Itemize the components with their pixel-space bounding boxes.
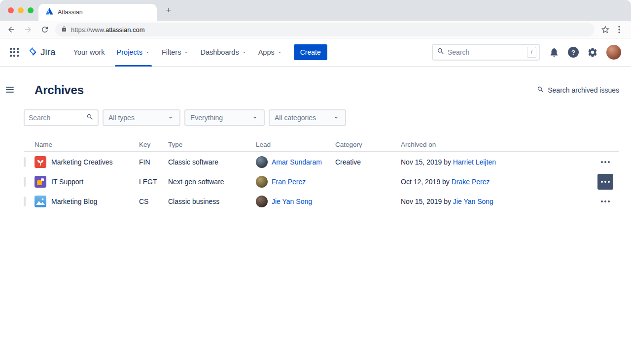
chevron-down-icon <box>332 114 340 122</box>
atlassian-favicon-icon <box>45 7 53 17</box>
archived-on-cell: Nov 15, 2019 by Harriet Leijten <box>401 158 592 166</box>
archived-on-cell: Nov 15, 2019 by Jie Yan Song <box>401 198 592 205</box>
lead-link[interactable]: Fran Perez <box>272 178 306 186</box>
more-icon <box>604 200 606 202</box>
traffic-lights <box>8 7 34 13</box>
table-row: IT Support LEGT Next-gen software Fran P… <box>24 172 619 192</box>
chevron-down-icon <box>242 50 246 55</box>
search-icon <box>86 113 94 123</box>
browser-toolbar: https://www.atlassian.com <box>0 21 631 38</box>
row-checkbox[interactable] <box>24 157 26 167</box>
browser-tab[interactable]: Atlassian <box>38 4 157 21</box>
types-filter-dropdown[interactable]: All types <box>103 109 180 126</box>
minimize-window-button[interactable] <box>18 7 24 13</box>
archived-by-link[interactable]: Jie Yan Song <box>453 198 493 205</box>
project-type: Classic business <box>168 198 256 205</box>
nav-item-projects[interactable]: Projects <box>111 38 156 66</box>
archived-on-cell: Oct 12, 2019 by Drake Perez <box>401 178 592 186</box>
forward-button[interactable] <box>24 25 33 34</box>
global-search[interactable]: / <box>432 44 540 61</box>
row-more-actions-button[interactable] <box>597 194 613 209</box>
global-search-input[interactable] <box>448 48 524 56</box>
new-tab-button[interactable]: + <box>163 4 175 16</box>
page-content: Archives Search archived issues All typ <box>0 66 631 364</box>
chevron-down-icon <box>278 50 282 55</box>
nav-item-apps[interactable]: Apps <box>252 38 288 66</box>
column-header-lead: Lead <box>256 141 335 148</box>
project-icon-marketing-blog <box>35 196 46 207</box>
lead-avatar <box>256 156 268 168</box>
nav-item-filters[interactable]: Filters <box>156 38 194 66</box>
address-bar[interactable]: https://www.atlassian.com <box>55 23 595 36</box>
back-button[interactable] <box>7 25 16 34</box>
nav-item-dashboards[interactable]: Dashboards <box>194 38 252 66</box>
browser-menu-icon[interactable] <box>614 25 624 34</box>
notifications-bell-icon[interactable] <box>549 47 560 58</box>
column-header-name: Name <box>35 141 139 148</box>
project-name: Marketing Blog <box>51 198 97 205</box>
row-more-actions-button[interactable] <box>597 174 613 190</box>
table-row: Marketing Blog CS Classic business Jie Y… <box>24 192 619 211</box>
page-title: Archives <box>35 83 84 97</box>
table-row: Marketing Creatives FIN Classic software… <box>24 152 619 172</box>
jira-logo[interactable]: Jira <box>28 46 56 59</box>
create-button[interactable]: Create <box>294 44 327 60</box>
project-type: Next-gen software <box>168 178 256 186</box>
chevron-down-icon <box>251 114 259 122</box>
chevron-down-icon <box>167 114 175 122</box>
search-shortcut-hint: / <box>527 47 536 58</box>
project-type: Classic software <box>168 158 256 166</box>
app-switcher-icon[interactable] <box>10 48 19 57</box>
collapsed-sidebar <box>0 66 20 364</box>
jira-wordmark: Jira <box>40 47 56 58</box>
archived-by-link[interactable]: Drake Perez <box>452 178 490 186</box>
lead-avatar <box>256 176 268 188</box>
project-search-input[interactable] <box>29 114 84 122</box>
help-icon[interactable]: ? <box>568 47 579 58</box>
lead-link[interactable]: Jie Yan Song <box>272 198 312 205</box>
project-key: FIN <box>139 158 168 166</box>
more-icon <box>604 161 606 163</box>
more-icon <box>604 181 606 183</box>
lead-link[interactable]: Amar Sundaram <box>272 158 322 166</box>
tab-strip: Atlassian + <box>0 0 631 21</box>
project-key: CS <box>139 198 168 205</box>
expand-sidebar-icon[interactable] <box>6 86 14 95</box>
browser-window: Atlassian + https://www.atlassian.com <box>0 0 631 364</box>
project-icon-marketing-creatives <box>35 156 46 168</box>
project-search-field[interactable] <box>24 109 99 126</box>
chevron-down-icon <box>145 50 150 55</box>
lead-avatar <box>256 196 268 207</box>
settings-gear-icon[interactable] <box>587 47 598 58</box>
row-checkbox[interactable] <box>24 177 26 187</box>
bookmark-star-icon[interactable] <box>600 25 610 34</box>
jira-navbar: Jira Your work Projects Filters Dashboar… <box>0 38 631 66</box>
user-avatar[interactable] <box>606 45 621 60</box>
column-header-type: Type <box>168 141 256 148</box>
reload-button[interactable] <box>40 25 49 34</box>
project-icon-it-support <box>35 176 46 188</box>
close-window-button[interactable] <box>8 7 14 13</box>
archived-by-link[interactable]: Harriet Leijten <box>453 158 496 166</box>
zoom-window-button[interactable] <box>28 7 34 13</box>
search-icon <box>537 86 544 95</box>
row-checkbox[interactable] <box>24 197 26 206</box>
project-name: Marketing Creatives <box>51 158 113 166</box>
archived-projects-table: Name Key Type Lead Category Archived on <box>24 137 619 211</box>
nav-item-your-work[interactable]: Your work <box>68 38 111 66</box>
column-header-key: Key <box>139 141 168 148</box>
categories-filter-dropdown[interactable]: All categories <box>269 109 346 126</box>
column-header-category: Category <box>335 141 401 148</box>
project-name: IT Support <box>51 178 83 186</box>
row-more-actions-button[interactable] <box>597 154 613 170</box>
project-category: Creative <box>335 158 401 166</box>
archives-page: Archives Search archived issues All typ <box>20 66 631 364</box>
scope-filter-dropdown[interactable]: Everything <box>184 109 265 126</box>
navbar-right: / ? <box>432 44 621 61</box>
filter-bar: All types Everything All categories <box>24 109 619 126</box>
jira-mark-icon <box>28 46 38 59</box>
lock-icon <box>61 25 67 34</box>
project-key: LEGT <box>139 178 168 186</box>
search-archived-issues-button[interactable]: Search archived issues <box>537 86 619 95</box>
column-header-archived-on: Archived on <box>401 141 592 148</box>
